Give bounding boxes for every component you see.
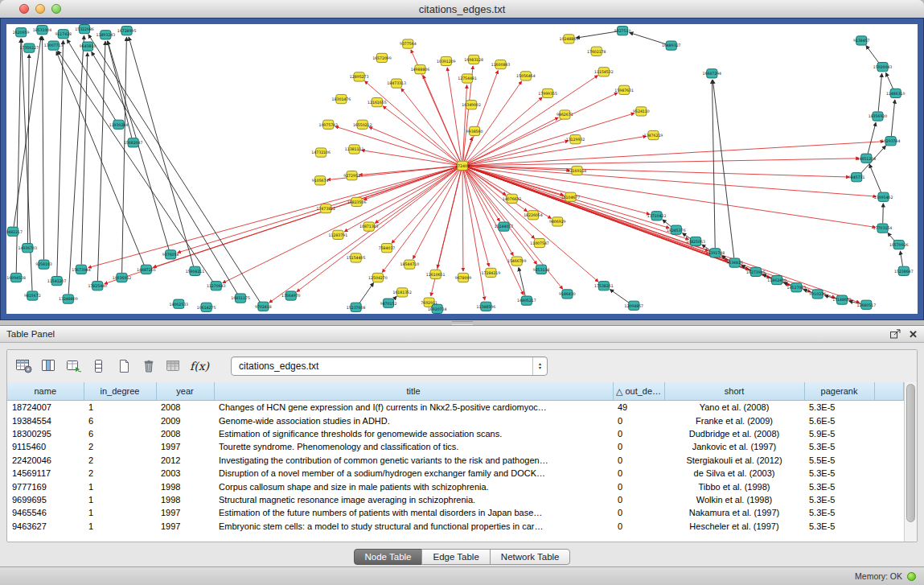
network-node[interactable]: 17284219 — [482, 268, 501, 277]
network-edge[interactable] — [81, 53, 88, 265]
table-cell[interactable]: 5.6E-5 — [804, 414, 874, 426]
table-cell[interactable]: 1 — [84, 401, 156, 414]
scrollbar-thumb[interactable] — [906, 384, 915, 522]
column-header-pagerank[interactable]: pagerank — [804, 382, 874, 401]
network-node[interactable]: 15823506 — [347, 197, 367, 206]
network-node[interactable]: 13710422 — [647, 212, 667, 220]
network-node[interactable]: 13007713 — [44, 41, 64, 50]
table-cell[interactable]: de Silva et al. (2003) — [664, 467, 804, 480]
table-cell[interactable]: 1997 — [156, 440, 214, 453]
table-cell[interactable]: Jankovic et al. (1997) — [664, 440, 804, 453]
network-node[interactable]: 10975743 — [318, 120, 338, 129]
table-cell[interactable]: 2 — [84, 440, 156, 453]
table-cell[interactable]: 0 — [613, 440, 664, 453]
function-builder-button[interactable]: f(x) — [190, 356, 209, 376]
network-node[interactable]: 17825440 — [88, 282, 107, 290]
table-cell[interactable]: 5.3E-5 — [804, 480, 874, 492]
table-cell[interactable]: 22420046 — [7, 454, 84, 467]
network-node[interactable]: 18062533 — [169, 299, 188, 308]
network-edge[interactable] — [576, 31, 617, 38]
network-edge[interactable] — [630, 33, 666, 44]
network-canvas[interactable]: 1724091216911816104677980692911007547154… — [6, 24, 918, 314]
table-cell[interactable]: Genome-wide association studies in ADHD. — [214, 414, 613, 426]
network-node[interactable]: 12754481 — [458, 74, 477, 83]
table-settings-button[interactable] — [15, 356, 33, 376]
network-node[interactable]: 14805217 — [517, 296, 536, 305]
table-cell[interactable]: Structural magnetic resonance image aver… — [214, 493, 613, 506]
network-edge[interactable] — [58, 51, 213, 282]
network-edge[interactable] — [392, 169, 458, 243]
network-node[interactable]: 17148652 — [832, 295, 852, 304]
delete-table-button[interactable] — [140, 356, 158, 376]
network-edge[interactable] — [712, 80, 715, 249]
network-edge[interactable] — [88, 35, 261, 303]
table-cell[interactable]: Tibbo et al. (1998) — [664, 480, 804, 492]
network-node[interactable]: 15056464 — [516, 72, 536, 80]
table-cell[interactable]: Yano et al. (2008) — [664, 401, 804, 414]
network-node[interactable]: 9253118 — [533, 265, 550, 274]
network-edge[interactable] — [154, 167, 458, 267]
table-cell[interactable]: Tourette syndrome. Phenomenology and cla… — [214, 440, 613, 453]
table-cell[interactable]: 9463627 — [7, 520, 84, 533]
network-edge[interactable] — [468, 166, 849, 177]
network-node[interactable]: 11893243 — [97, 31, 116, 39]
network-edge[interactable] — [382, 170, 458, 273]
network-node[interactable]: 9186430 — [559, 290, 576, 299]
table-cell[interactable]: 0 — [613, 454, 664, 467]
network-node[interactable]: 9470152 — [380, 299, 397, 307]
network-node[interactable]: 18356920 — [869, 112, 888, 121]
network-node[interactable]: 16349002 — [462, 101, 481, 109]
table-cell[interactable]: 6 — [84, 427, 156, 440]
network-node[interactable]: 172409 — [455, 161, 470, 170]
network-edge[interactable] — [868, 122, 876, 153]
zoom-button[interactable] — [51, 4, 61, 14]
table-cell[interactable]: 5.3E-5 — [804, 401, 874, 414]
network-node[interactable]: 14487265 — [137, 265, 156, 274]
network-node[interactable]: 13095462 — [874, 192, 893, 201]
network-node[interactable]: 16728995 — [117, 27, 137, 35]
table-row[interactable]: 969969511998Structural magnetic resonanc… — [7, 493, 904, 506]
column-header-name[interactable]: name — [7, 382, 84, 401]
table-cell[interactable]: 0 — [613, 493, 664, 506]
network-node[interactable]: 2620659 — [13, 28, 30, 37]
network-table-dropdown[interactable]: citations_edges.txt ▴▾ — [231, 356, 548, 376]
table-row[interactable]: 1830029562008Estimation of significance … — [7, 427, 904, 440]
network-edge[interactable] — [359, 283, 374, 303]
table-cell[interactable]: 2008 — [156, 427, 214, 440]
table-cell[interactable]: 5.3E-5 — [804, 467, 874, 480]
column-header-out_de[interactable]: △ out_de… — [613, 382, 664, 401]
network-node[interactable]: 11154532 — [594, 68, 614, 76]
network-node[interactable]: 15673944 — [72, 265, 91, 274]
table-cell[interactable]: 1 — [84, 480, 156, 492]
network-node[interactable]: 9524110 — [633, 107, 650, 116]
network-edge[interactable] — [467, 76, 598, 163]
network-edge[interactable] — [869, 164, 881, 192]
network-edge[interactable] — [401, 89, 459, 162]
network-node[interactable]: 9105674 — [312, 176, 329, 185]
network-edge[interactable] — [466, 170, 514, 255]
network-edge[interactable] — [468, 167, 650, 214]
table-row[interactable]: 911546021997Tourette syndrome. Phenomeno… — [7, 440, 904, 453]
table-cell[interactable]: Estimation of the future numbers of pati… — [214, 506, 613, 519]
table-cell[interactable]: 5.3E-5 — [804, 493, 874, 506]
network-node[interactable]: 17538261 — [594, 282, 614, 290]
network-node[interactable]: 9327510 — [614, 27, 631, 35]
table-cell[interactable]: 14569117 — [7, 467, 84, 480]
network-edge[interactable] — [610, 290, 630, 303]
table-cell[interactable]: 9115460 — [7, 440, 84, 453]
column-header-short[interactable]: short — [664, 382, 804, 401]
show-columns-button[interactable] — [40, 356, 58, 376]
network-edge[interactable] — [886, 73, 893, 89]
table-cell[interactable]: 0 — [613, 414, 664, 426]
table-cell[interactable]: 1998 — [156, 493, 214, 506]
close-panel-icon[interactable]: ✕ — [909, 329, 918, 340]
citation-network-graph[interactable]: 1724091216911816104677980692911007547154… — [6, 24, 918, 314]
vertical-scrollbar[interactable] — [904, 382, 917, 542]
window-titlebar[interactable]: citations_edges.txt — [0, 0, 924, 19]
network-node[interactable]: 9138457 — [853, 36, 870, 45]
network-edge[interactable] — [57, 40, 64, 276]
network-node[interactable]: 14732106 — [311, 148, 331, 157]
network-node[interactable]: 15237608 — [347, 303, 366, 311]
create-table-button[interactable] — [115, 356, 133, 376]
network-edge[interactable] — [468, 166, 876, 196]
